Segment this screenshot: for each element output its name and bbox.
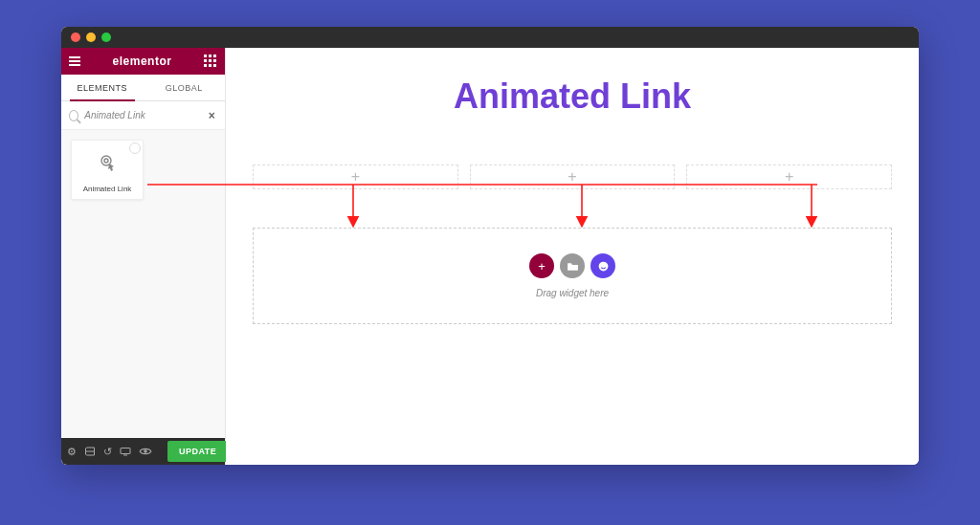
update-button[interactable]: UPDATE [167,441,228,462]
window-titlebar [61,27,919,48]
svg-point-3 [145,450,146,452]
responsive-icon[interactable] [120,445,131,458]
zone-hint-label: Drag widget here [263,288,881,298]
add-section-button[interactable]: + [529,253,554,278]
column-drop-3[interactable]: + [686,164,892,189]
revisions-icon[interactable] [84,445,96,458]
svg-rect-2 [121,448,130,454]
add-block-button[interactable] [590,253,615,278]
search-icon [69,110,78,121]
column-drop-2[interactable]: + [470,164,676,189]
apps-grid-icon[interactable] [204,55,217,68]
svg-point-1 [104,159,108,163]
menu-icon[interactable] [69,56,80,66]
brand-label: elementor [80,55,204,68]
sidebar-footer: ⚙ ↺ UPDATE ▲ [61,438,225,465]
widget-label: Animated Link [83,185,132,193]
new-section-zone[interactable]: + Drag widget here [253,228,892,324]
editor-canvas: Animated Link + + + + Drag widget here [226,48,919,465]
app-content: elementor ELEMENTS GLOBAL × [61,48,919,465]
cursor-click-icon [96,150,119,177]
settings-icon[interactable]: ⚙ [67,445,77,458]
svg-point-5 [601,264,602,265]
window-zoom-icon[interactable] [101,33,111,42]
search-input[interactable] [84,110,206,120]
editor-sidebar: elementor ELEMENTS GLOBAL × [61,48,226,465]
history-icon[interactable]: ↺ [103,445,112,458]
preview-icon[interactable] [139,445,152,458]
widget-badge-icon [129,142,141,154]
page-title: Animated Link [253,77,892,117]
columns-row: + + + [253,164,892,189]
svg-point-4 [598,261,608,271]
tab-elements[interactable]: ELEMENTS [61,75,144,100]
add-template-button[interactable] [560,253,585,278]
tab-global[interactable]: GLOBAL [144,75,226,100]
clear-search-icon[interactable]: × [206,109,217,122]
widget-search: × [61,101,225,130]
svg-point-6 [604,264,605,265]
sidebar-header: elementor [61,48,225,75]
zone-buttons: + [263,253,881,278]
sidebar-tabs: ELEMENTS GLOBAL [61,75,225,101]
window-close-icon[interactable] [71,33,80,42]
window-minimize-icon[interactable] [86,33,96,42]
widget-animated-link[interactable]: Animated Link [71,140,144,200]
column-drop-1[interactable]: + [253,164,458,189]
widget-list: Animated Link [61,130,225,438]
app-window: elementor ELEMENTS GLOBAL × [61,27,919,465]
